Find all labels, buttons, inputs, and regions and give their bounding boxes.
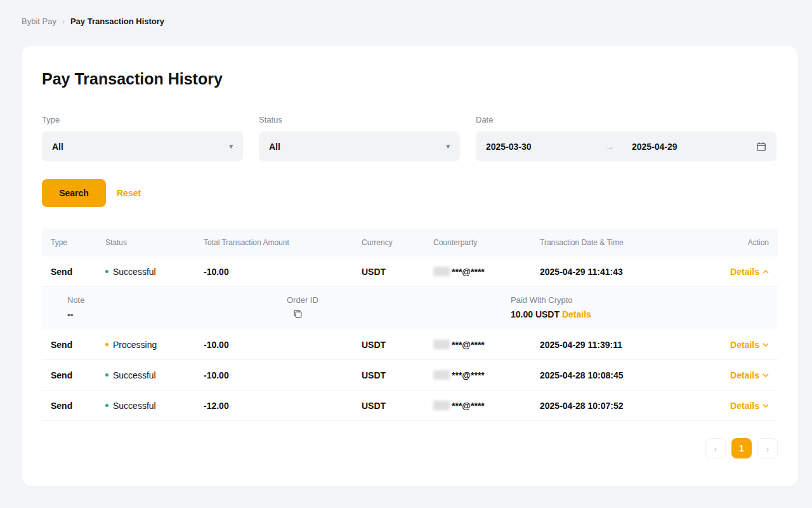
table-row: Send Processing -10.00 USDT ***@**** 202… [42, 330, 778, 360]
breadcrumb-current: Pay Transaction History [70, 17, 164, 26]
cell-amount: -10.00 [204, 370, 362, 380]
status-filter-label: Status [259, 115, 460, 124]
redacted-blur [433, 340, 450, 349]
pagination: ‹ 1 › [42, 438, 778, 458]
cell-currency: USDT [362, 267, 433, 277]
copy-icon[interactable] [293, 309, 303, 319]
cell-type: Send [51, 370, 105, 380]
redacted-blur [433, 401, 450, 410]
cell-currency: USDT [362, 340, 433, 350]
status-text: Successful [113, 267, 156, 277]
cell-counterparty: ***@**** [433, 267, 540, 277]
chevron-up-icon [763, 270, 769, 274]
type-select[interactable]: All ▾ [42, 131, 243, 161]
type-filter-label: Type [42, 115, 243, 124]
cell-status: Processing [105, 340, 204, 350]
paid-label: Paid With Crypto [511, 295, 778, 305]
counterparty-text: ***@**** [452, 340, 485, 350]
calendar-icon[interactable] [756, 142, 766, 152]
table-row: Send Successful -10.00 USDT ***@**** 202… [42, 257, 778, 287]
table-header-row: Type Status Total Transaction Amount Cur… [42, 229, 778, 257]
date-range-arrow-icon: → [605, 142, 614, 152]
note-value: -- [67, 309, 287, 319]
details-label: Details [730, 370, 759, 380]
note-block: Note -- [67, 295, 287, 319]
page-title: Pay Transaction History [42, 70, 778, 88]
next-page-button[interactable]: › [757, 438, 778, 458]
expanded-detail-panel: Note -- Order ID [42, 287, 778, 330]
header-datetime: Transaction Date & Time [540, 238, 693, 247]
cell-type: Send [51, 267, 105, 277]
chevron-down-icon [763, 404, 769, 408]
search-button[interactable]: Search [42, 179, 106, 207]
cell-status: Successful [105, 267, 204, 277]
table-row: Send Successful -12.00 USDT ***@**** 202… [42, 391, 778, 421]
cell-status: Successful [105, 401, 204, 411]
details-button[interactable]: Details [730, 340, 769, 350]
date-end-value[interactable]: 2025-04-29 [632, 142, 756, 152]
header-type: Type [51, 238, 105, 247]
details-label: Details [730, 401, 759, 411]
status-text: Successful [113, 370, 156, 380]
status-dot-icon [105, 373, 108, 377]
chevron-down-icon [763, 373, 769, 377]
header-amount: Total Transaction Amount [204, 238, 362, 247]
paid-details-link[interactable]: Details [562, 309, 591, 319]
type-select-value: All [52, 142, 63, 152]
status-dot-icon [105, 270, 108, 273]
filters-row: Type All ▾ Status All ▾ Date 2025-03-30 … [42, 115, 778, 161]
breadcrumb-separator-icon: › [62, 17, 65, 26]
reset-button[interactable]: Reset [117, 188, 141, 198]
chevron-down-icon [763, 343, 769, 347]
paid-value: 10.00 USDT [511, 309, 560, 319]
redacted-blur [433, 267, 450, 276]
header-action: Action [693, 238, 769, 247]
cell-counterparty: ***@**** [433, 370, 540, 380]
cell-currency: USDT [362, 370, 433, 380]
redacted-blur [433, 370, 450, 380]
header-counterparty: Counterparty [433, 238, 540, 247]
details-label: Details [730, 267, 759, 277]
order-id-label: Order ID [287, 295, 511, 305]
cell-status: Successful [105, 370, 204, 380]
counterparty-text: ***@**** [452, 267, 485, 277]
filter-actions: Search Reset [42, 179, 778, 207]
cell-counterparty: ***@**** [433, 340, 540, 350]
chevron-down-icon: ▾ [229, 143, 233, 150]
cell-amount: -10.00 [204, 267, 362, 277]
paid-with-crypto-block: Paid With Crypto 10.00 USDT Details [511, 295, 778, 319]
status-select[interactable]: All ▾ [259, 131, 460, 161]
header-status: Status [105, 238, 204, 247]
cell-type: Send [51, 401, 105, 411]
details-label: Details [730, 340, 759, 350]
cell-datetime: 2025-04-29 11:39:11 [540, 340, 693, 350]
table-row: Send Successful -10.00 USDT ***@**** 202… [42, 360, 778, 391]
status-text: Successful [113, 401, 156, 411]
order-id-block: Order ID [287, 295, 511, 319]
status-select-value: All [269, 142, 280, 152]
date-filter-label: Date [476, 115, 776, 124]
details-button[interactable]: Details [730, 267, 769, 277]
breadcrumb-parent[interactable]: Bybit Pay [22, 17, 56, 26]
note-label: Note [67, 295, 287, 305]
current-page-button[interactable]: 1 [731, 438, 752, 458]
date-range-input[interactable]: 2025-03-30 → 2025-04-29 [476, 131, 776, 161]
status-dot-icon [105, 343, 108, 346]
pay-transaction-history-card: Pay Transaction History Type All ▾ Statu… [22, 46, 798, 486]
cell-datetime: 2025-04-29 11:41:43 [540, 267, 693, 277]
details-button[interactable]: Details [730, 370, 769, 380]
cell-currency: USDT [362, 401, 433, 411]
chevron-down-icon: ▾ [446, 143, 450, 150]
transactions-table: Type Status Total Transaction Amount Cur… [42, 229, 778, 421]
breadcrumb: Bybit Pay › Pay Transaction History [0, 0, 812, 26]
counterparty-text: ***@**** [452, 370, 485, 380]
prev-page-button[interactable]: ‹ [705, 438, 726, 458]
cell-datetime: 2025-04-28 10:08:45 [540, 370, 693, 380]
status-text: Processing [113, 340, 157, 350]
date-filter: Date 2025-03-30 → 2025-04-29 [476, 115, 776, 161]
cell-datetime: 2025-04-28 10:07:52 [540, 401, 693, 411]
details-button[interactable]: Details [730, 401, 769, 411]
cell-counterparty: ***@**** [433, 401, 540, 411]
cell-amount: -12.00 [204, 401, 362, 411]
date-start-value[interactable]: 2025-03-30 [486, 142, 605, 152]
